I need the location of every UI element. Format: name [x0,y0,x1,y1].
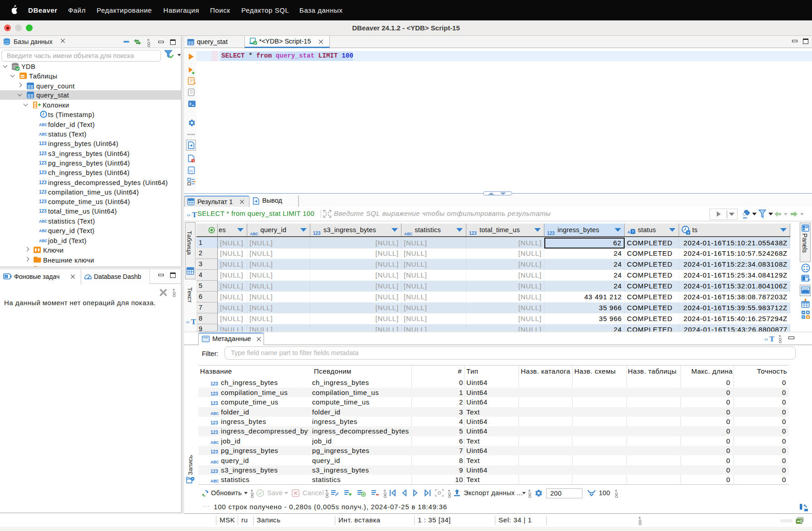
svg-text:‹›: ‹› [187,211,191,218]
svg-text:(x): (x) [189,169,193,173]
svg-text:‹›: ‹› [186,318,190,325]
svg-text:T: T [769,335,774,342]
svg-text:?: ? [687,231,690,235]
svg-text:‹›: ‹› [764,336,768,342]
svg-text:T: T [191,317,196,325]
svg-text:T: T [192,210,197,218]
